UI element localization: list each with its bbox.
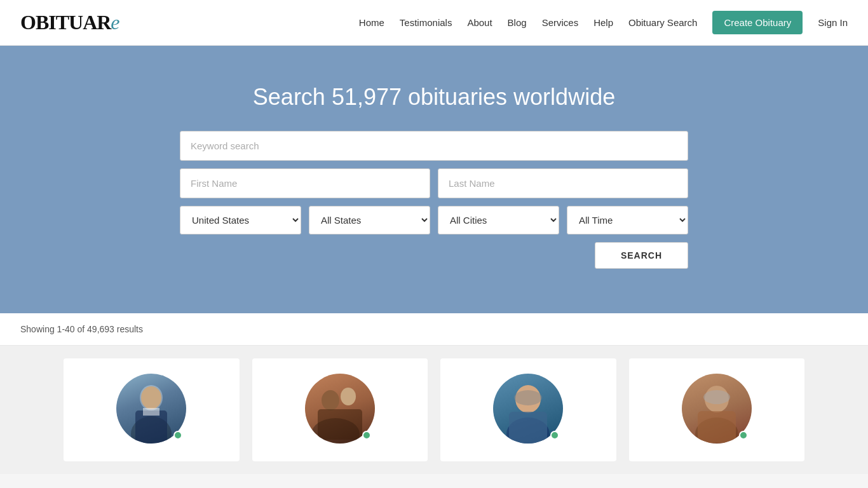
logo-main: OBITUAR xyxy=(20,11,111,34)
filter-row: United States Canada United Kingdom Aust… xyxy=(180,206,688,234)
online-dot-4 xyxy=(739,431,748,440)
svg-point-6 xyxy=(341,388,356,405)
svg-point-14 xyxy=(703,390,730,404)
first-name-input[interactable] xyxy=(180,168,430,198)
svg-point-5 xyxy=(322,390,339,410)
name-row xyxy=(180,168,688,198)
keyword-search-input[interactable] xyxy=(180,131,688,161)
city-select[interactable]: All Cities New York Los Angeles Chicago xyxy=(438,206,559,234)
logo[interactable]: OBITUARe xyxy=(20,11,119,34)
nav-blog[interactable]: Blog xyxy=(508,17,527,28)
nav-testimonials[interactable]: Testimonials xyxy=(400,17,452,28)
svg-rect-16 xyxy=(698,411,736,443)
hero-section: Search 51,977 obituaries worldwide Unite… xyxy=(0,46,868,313)
online-dot-2 xyxy=(362,431,371,440)
search-button-row: SEARCH xyxy=(180,242,688,269)
sign-in-button[interactable]: Sign In xyxy=(818,17,848,28)
results-bar: Showing 1-40 of 49,693 results xyxy=(0,313,868,346)
nav-links: Home Testimonials About Blog Services He… xyxy=(359,11,848,34)
obit-card-3[interactable] xyxy=(440,358,616,461)
results-count: Showing 1-40 of 49,693 results xyxy=(20,324,143,334)
nav-services[interactable]: Services xyxy=(542,17,579,28)
cards-section xyxy=(0,346,868,474)
svg-rect-12 xyxy=(509,412,547,444)
last-name-input[interactable] xyxy=(438,168,688,198)
nav-obituary-search[interactable]: Obituary Search xyxy=(628,17,697,28)
svg-point-10 xyxy=(514,390,542,405)
obit-card-2[interactable] xyxy=(252,358,428,461)
avatar-wrap-3 xyxy=(493,374,563,444)
svg-rect-4 xyxy=(143,408,159,416)
avatar-wrap-4 xyxy=(682,374,752,444)
hero-title: Search 51,977 obituaries worldwide xyxy=(253,84,615,111)
time-select[interactable]: All Time Last Week Last Month Last Year xyxy=(567,206,688,234)
create-obituary-button[interactable]: Create Obituary xyxy=(712,11,803,34)
nav-home[interactable]: Home xyxy=(359,17,384,28)
state-select[interactable]: All States Alabama Alaska Arizona xyxy=(309,206,430,234)
avatar-wrap-1 xyxy=(116,374,186,444)
search-box: United States Canada United Kingdom Aust… xyxy=(180,131,688,269)
logo-italic: e xyxy=(111,11,119,34)
country-select[interactable]: United States Canada United Kingdom Aust… xyxy=(180,206,301,234)
navigation: OBITUARe Home Testimonials About Blog Se… xyxy=(0,0,868,46)
nav-help[interactable]: Help xyxy=(593,17,613,28)
svg-rect-8 xyxy=(318,409,362,440)
avatar-wrap-2 xyxy=(305,374,375,444)
online-dot-3 xyxy=(550,431,559,440)
nav-about[interactable]: About xyxy=(467,17,492,28)
online-dot-1 xyxy=(173,431,182,440)
svg-point-3 xyxy=(141,386,161,409)
obit-card-4[interactable] xyxy=(629,358,805,461)
search-button[interactable]: SEARCH xyxy=(595,242,688,269)
obit-card-1[interactable] xyxy=(64,358,240,461)
